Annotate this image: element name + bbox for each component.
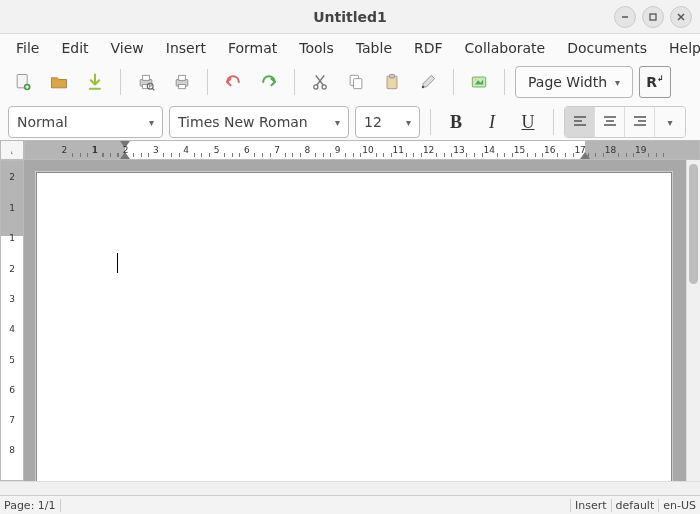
page-content[interactable] xyxy=(117,253,591,273)
ruler-number: 6 xyxy=(242,141,252,159)
font-size-value: 12 xyxy=(364,114,382,130)
titlebar: Untitled1 xyxy=(0,0,700,34)
zoom-selector[interactable]: Page Width ▾ xyxy=(515,66,633,98)
open-button[interactable] xyxy=(44,67,74,97)
print-button[interactable] xyxy=(167,67,197,97)
rtl-toggle-button[interactable]: R↲ xyxy=(639,66,671,98)
rtl-label: R↲ xyxy=(646,74,663,90)
ruler-number: 19 xyxy=(636,141,646,159)
format-paintbrush-button[interactable] xyxy=(413,67,443,97)
separator xyxy=(553,109,554,135)
minimize-button[interactable] xyxy=(614,6,636,28)
menu-tools[interactable]: Tools xyxy=(289,37,344,59)
underline-button[interactable]: U xyxy=(513,107,543,137)
statusbar: Page: 1/1 Insert default en-US xyxy=(0,495,700,514)
align-dropdown-button[interactable]: ▾ xyxy=(655,107,685,137)
close-button[interactable] xyxy=(670,6,692,28)
ruler-number: 4 xyxy=(181,141,191,159)
separator xyxy=(504,69,505,95)
standard-toolbar: Page Width ▾ R↲ xyxy=(0,62,700,102)
svg-rect-24 xyxy=(390,75,395,78)
status-insert-mode[interactable]: Insert xyxy=(570,499,611,512)
status-page[interactable]: Page: 1/1 xyxy=(0,499,61,512)
ruler-number: 8 xyxy=(302,141,312,159)
ruler-number: 6 xyxy=(1,385,23,395)
menu-view[interactable]: View xyxy=(101,37,154,59)
ruler-number: 8 xyxy=(1,445,23,455)
menubar: File Edit View Insert Format Tools Table… xyxy=(0,34,700,62)
redo-button[interactable] xyxy=(254,67,284,97)
ruler-number: 9 xyxy=(333,141,343,159)
ruler-number: 16 xyxy=(545,141,555,159)
italic-button[interactable]: I xyxy=(477,107,507,137)
menu-insert[interactable]: Insert xyxy=(156,37,216,59)
ruler-number: 1 xyxy=(1,203,23,213)
ruler-number: 10 xyxy=(363,141,373,159)
undo-button[interactable] xyxy=(218,67,248,97)
status-style[interactable]: default xyxy=(611,499,659,512)
svg-point-25 xyxy=(422,86,425,89)
copy-button[interactable] xyxy=(341,67,371,97)
vertical-ruler[interactable]: 2112345678 xyxy=(0,160,24,481)
bold-button[interactable]: B xyxy=(441,107,471,137)
font-name-value: Times New Roman xyxy=(178,114,308,130)
horizontal-ruler[interactable]: 2112345678910111213141516171819 xyxy=(24,140,700,160)
menu-file[interactable]: File xyxy=(6,37,49,59)
window-controls xyxy=(614,6,700,28)
svg-rect-22 xyxy=(354,79,362,89)
svg-line-13 xyxy=(152,88,154,90)
page[interactable] xyxy=(36,172,672,481)
menu-documents[interactable]: Documents xyxy=(557,37,657,59)
align-left-button[interactable] xyxy=(565,107,595,137)
menu-table[interactable]: Table xyxy=(346,37,402,59)
menu-help[interactable]: Help xyxy=(659,37,700,59)
formatting-toolbar: Normal ▾ Times New Roman ▾ 12 ▾ B I U ▾ xyxy=(0,102,700,142)
scrollbar-thumb[interactable] xyxy=(689,164,698,284)
font-name-selector[interactable]: Times New Roman ▾ xyxy=(169,106,349,138)
maximize-button[interactable] xyxy=(642,6,664,28)
horizontal-scrollbar[interactable] xyxy=(0,481,700,495)
image-button[interactable] xyxy=(464,67,494,97)
ruler-number: 7 xyxy=(1,415,23,425)
ruler-number: 2 xyxy=(59,141,69,159)
ruler-number: 3 xyxy=(151,141,161,159)
menu-edit[interactable]: Edit xyxy=(51,37,98,59)
ruler-number: 1 xyxy=(1,233,23,243)
ruler-number: 18 xyxy=(605,141,615,159)
separator xyxy=(120,69,121,95)
align-right-button[interactable] xyxy=(625,107,655,137)
menu-format[interactable]: Format xyxy=(218,37,287,59)
chevron-down-icon: ▾ xyxy=(406,117,411,128)
save-button[interactable] xyxy=(80,67,110,97)
status-language[interactable]: en-US xyxy=(658,499,700,512)
svg-rect-10 xyxy=(143,75,150,80)
ruler-number: 4 xyxy=(1,324,23,334)
paste-button[interactable] xyxy=(377,67,407,97)
separator xyxy=(294,69,295,95)
align-center-button[interactable] xyxy=(595,107,625,137)
text-cursor xyxy=(117,253,118,273)
ruler-number: 7 xyxy=(272,141,282,159)
ruler-number: 2 xyxy=(121,141,131,159)
cut-button[interactable] xyxy=(305,67,335,97)
horizontal-ruler-row: ˻ 2112345678910111213141516171819 xyxy=(0,140,700,160)
document-viewport[interactable] xyxy=(24,160,686,481)
ruler-number: 17 xyxy=(575,141,585,159)
ruler-number: 5 xyxy=(212,141,222,159)
ruler-number: 1 xyxy=(90,141,100,159)
chevron-down-icon: ▾ xyxy=(667,117,672,128)
svg-point-28 xyxy=(474,78,477,81)
print-preview-button[interactable] xyxy=(131,67,161,97)
document-scroll-area: 2112345678 xyxy=(0,160,700,481)
alignment-group: ▾ xyxy=(564,106,686,138)
chevron-down-icon: ▾ xyxy=(149,117,154,128)
paragraph-style-selector[interactable]: Normal ▾ xyxy=(8,106,163,138)
menu-rdf[interactable]: RDF xyxy=(404,37,453,59)
vertical-scrollbar[interactable] xyxy=(686,160,700,481)
menu-collaborate[interactable]: Collaborate xyxy=(455,37,556,59)
separator xyxy=(453,69,454,95)
new-document-button[interactable] xyxy=(8,67,38,97)
zoom-label: Page Width xyxy=(528,74,607,90)
font-size-selector[interactable]: 12 ▾ xyxy=(355,106,420,138)
chevron-down-icon: ▾ xyxy=(335,117,340,128)
